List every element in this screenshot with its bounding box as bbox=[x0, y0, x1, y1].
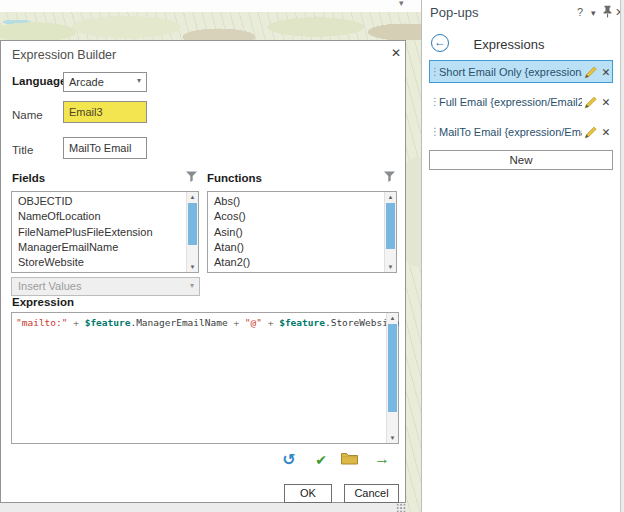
expression-token: "@" bbox=[245, 317, 262, 328]
expression-token: .ManagerEmailName bbox=[130, 317, 227, 328]
chevron-down-icon: ▾ bbox=[137, 72, 141, 90]
functions-filter-icon[interactable] bbox=[383, 170, 396, 183]
edit-pencil-icon[interactable] bbox=[584, 65, 598, 79]
expression-scrollbar[interactable]: ▲ ▼ bbox=[386, 313, 398, 443]
language-value: Arcade bbox=[69, 76, 104, 88]
expression-item-label: MailTo Email {expression/Email3} bbox=[439, 126, 582, 138]
popups-panel: Pop-ups ? ▾ ✕ ← Expressions ⋮ Short Emai… bbox=[421, 0, 620, 512]
scroll-down-icon[interactable]: ▼ bbox=[385, 262, 396, 272]
expressions-heading: Expressions bbox=[422, 37, 596, 52]
remove-expression-icon[interactable]: ✕ bbox=[600, 96, 612, 108]
map-area: ▾ Expression Builder ✕ Language Arcade ▾… bbox=[0, 0, 421, 512]
fields-list-items: OBJECTIDNameOfLocationFileNamePlusFileEx… bbox=[12, 194, 185, 272]
panel-title: Pop-ups bbox=[430, 5, 478, 20]
expression-token: + bbox=[228, 317, 245, 328]
scroll-up-icon[interactable]: ▲ bbox=[385, 192, 396, 202]
field-item[interactable]: ManagerEmailName bbox=[12, 240, 185, 255]
new-expression-button[interactable]: New bbox=[429, 150, 613, 170]
field-item[interactable]: NameOfLocation bbox=[12, 209, 185, 224]
scroll-up-icon[interactable]: ▲ bbox=[187, 192, 198, 202]
dialog-title: Expression Builder bbox=[12, 48, 116, 62]
expression-token: + bbox=[67, 317, 84, 328]
expression-item-label: Full Email {expression/Email2} bbox=[439, 96, 582, 108]
collapse-arrow-icon[interactable]: ▾ bbox=[399, 0, 404, 8]
function-item[interactable]: Atan() bbox=[208, 240, 383, 255]
scroll-thumb[interactable] bbox=[388, 324, 397, 412]
field-item[interactable]: OBJECTID bbox=[12, 194, 185, 209]
language-label: Language bbox=[12, 75, 66, 87]
name-input[interactable]: Email3 bbox=[63, 101, 147, 123]
insert-values-dropdown[interactable]: Insert Values ▾ bbox=[11, 277, 200, 296]
top-strip: ▾ bbox=[0, 0, 421, 12]
expression-input[interactable]: "mailto:" + $feature.ManagerEmailName + … bbox=[11, 312, 399, 444]
title-label: Title bbox=[12, 144, 33, 156]
drag-handle-icon[interactable]: ⋮ bbox=[430, 97, 439, 107]
expression-label: Expression bbox=[12, 296, 74, 308]
function-item[interactable]: Acos() bbox=[208, 209, 383, 224]
function-item[interactable]: Abs() bbox=[208, 194, 383, 209]
expression-list-item[interactable]: ⋮ Full Email {expression/Email2} ✕ bbox=[429, 90, 613, 113]
insert-values-label: Insert Values bbox=[18, 280, 81, 292]
expression-list-item[interactable]: ⋮ Short Email Only {expression/E... ✕ bbox=[429, 60, 613, 83]
expression-list-item[interactable]: ⋮ MailTo Email {expression/Email3} ✕ bbox=[429, 120, 613, 143]
functions-label: Functions bbox=[207, 172, 262, 184]
remove-expression-icon[interactable]: ✕ bbox=[600, 126, 612, 138]
drag-handle-icon[interactable]: ⋮ bbox=[430, 127, 439, 137]
edit-pencil-icon[interactable] bbox=[584, 95, 598, 109]
undo-icon[interactable]: ↺ bbox=[280, 451, 298, 469]
app-screen: ▾ Expression Builder ✕ Language Arcade ▾… bbox=[0, 0, 624, 512]
chevron-down-icon: ▾ bbox=[190, 277, 194, 294]
panel-edge-gutter bbox=[620, 0, 624, 512]
expression-list: ⋮ Short Email Only {expression/E... ✕ ⋮ … bbox=[429, 60, 613, 150]
scroll-thumb[interactable] bbox=[188, 203, 197, 245]
expression-builder-dialog: Expression Builder ✕ Language Arcade ▾ N… bbox=[0, 40, 406, 503]
functions-scrollbar[interactable]: ▲ ▼ bbox=[384, 192, 396, 272]
scroll-up-icon[interactable]: ▲ bbox=[387, 313, 398, 323]
status-strip bbox=[0, 503, 407, 512]
field-item[interactable]: FileNamePlusFileExtension bbox=[12, 225, 185, 240]
edit-pencil-icon[interactable] bbox=[584, 125, 598, 139]
drag-handle-icon[interactable]: ⋮ bbox=[430, 67, 439, 77]
scroll-down-icon[interactable]: ▼ bbox=[187, 262, 198, 272]
fields-scrollbar[interactable]: ▲ ▼ bbox=[186, 192, 198, 272]
functions-list-items: Abs()Acos()Asin()Atan()Atan2() bbox=[208, 194, 383, 272]
expression-token: $feature bbox=[279, 317, 325, 328]
pin-icon[interactable] bbox=[603, 5, 612, 20]
export-arrow-icon[interactable]: → bbox=[373, 451, 391, 469]
open-folder-icon[interactable] bbox=[340, 451, 358, 469]
remove-expression-icon[interactable]: ✕ bbox=[600, 66, 612, 78]
resize-grip[interactable] bbox=[396, 503, 406, 512]
title-input[interactable]: MailTo Email bbox=[63, 137, 147, 159]
function-item[interactable]: Asin() bbox=[208, 225, 383, 240]
ok-button[interactable]: OK bbox=[284, 484, 332, 503]
verify-check-icon[interactable]: ✔ bbox=[312, 451, 330, 469]
scroll-thumb[interactable] bbox=[386, 203, 395, 249]
panel-menu-icon[interactable]: ▾ bbox=[591, 8, 596, 18]
help-icon[interactable]: ? bbox=[577, 6, 583, 18]
dialog-close-icon[interactable]: ✕ bbox=[391, 46, 401, 60]
fields-list[interactable]: OBJECTIDNameOfLocationFileNamePlusFileEx… bbox=[11, 191, 199, 273]
expression-code: "mailto:" + $feature.ManagerEmailName + … bbox=[16, 317, 384, 328]
field-item[interactable]: StoreWebsite bbox=[12, 255, 185, 270]
language-dropdown[interactable]: Arcade ▾ bbox=[63, 72, 147, 92]
expression-token: "mailto:" bbox=[16, 317, 67, 328]
cancel-button[interactable]: Cancel bbox=[344, 484, 399, 503]
functions-list[interactable]: Abs()Acos()Asin()Atan()Atan2() ▲ ▼ bbox=[207, 191, 397, 273]
fields-filter-icon[interactable] bbox=[185, 170, 198, 183]
expression-item-label: Short Email Only {expression/E... bbox=[439, 66, 582, 78]
function-item[interactable]: Atan2() bbox=[208, 255, 383, 270]
expression-token: + bbox=[262, 317, 279, 328]
fields-label: Fields bbox=[12, 172, 45, 184]
name-label: Name bbox=[12, 109, 43, 121]
expression-token: $feature bbox=[85, 317, 131, 328]
scroll-down-icon[interactable]: ▼ bbox=[387, 433, 398, 443]
